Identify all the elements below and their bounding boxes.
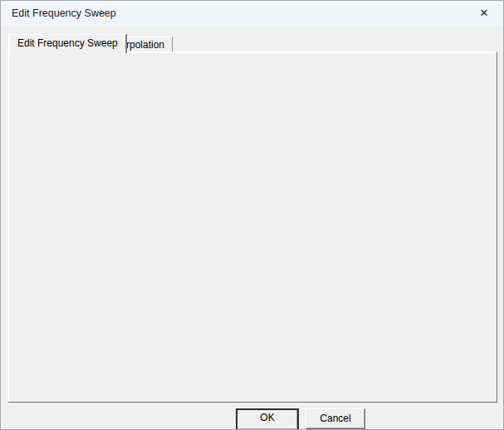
tab-page [7,51,497,403]
close-icon[interactable]: ✕ [477,6,492,21]
ok-button[interactable]: OK [236,408,299,430]
edit-frequency-sweep-dialog: Edit Frequency Sweep ✕ Edit Frequency Sw… [0,0,504,430]
title-bar: Edit Frequency Sweep ✕ [1,1,503,26]
cancel-button[interactable]: Cancel [306,408,365,429]
window-title: Edit Frequency Sweep [12,1,116,26]
tab-edit-frequency-sweep[interactable]: Edit Frequency Sweep [9,34,126,53]
